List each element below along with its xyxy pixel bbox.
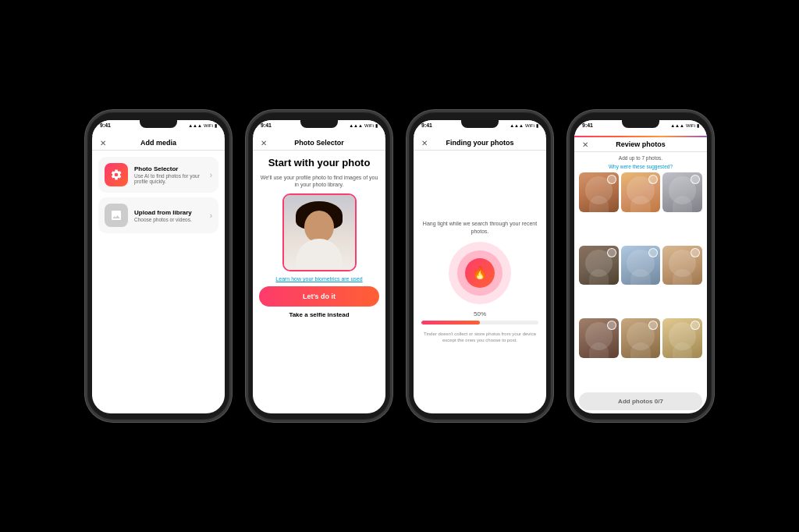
header-title-3: Finding your photos (446, 139, 514, 147)
phone-add-media: 9:41 ▲▲▲ WiFi ▮ ✕ Add media (85, 110, 232, 422)
photo-thumb-7[interactable] (579, 318, 619, 358)
upload-library-text: Upload from library Choose photos or vid… (134, 209, 204, 222)
photo-selector-text: Photo Selector Use AI to find photos for… (134, 165, 204, 184)
status-time-2: 9:41 (261, 122, 272, 128)
close-button-2[interactable]: ✕ (261, 139, 267, 147)
notch-4 (622, 120, 659, 128)
screen-header-4: ✕ Review photos (574, 137, 707, 152)
upload-library-title: Upload from library (134, 209, 204, 216)
wifi-icon-2: WiFi (364, 123, 374, 128)
close-button-1[interactable]: ✕ (100, 139, 106, 147)
select-circle-3[interactable] (691, 175, 700, 184)
photo-selector-big-title: Start with your photo (268, 157, 371, 169)
battery-icon-4: ▮ (697, 122, 699, 128)
status-icons-2: ▲▲▲ WiFi ▮ (349, 122, 378, 128)
tinder-logo-circle: 🔥 (465, 258, 495, 288)
status-icons-1: ▲▲▲ WiFi ▮ (188, 122, 217, 128)
photos-grid (579, 172, 702, 389)
review-body: Add up to 7 photos. Why were these sugge… (574, 152, 707, 413)
profile-photo (284, 195, 355, 270)
add-media-body: Photo Selector Use AI to find photos for… (92, 151, 225, 239)
photo-thumb-3[interactable] (662, 172, 702, 212)
status-time-1: 9:41 (100, 122, 111, 128)
signal-icon-3: ▲▲▲ (510, 123, 524, 128)
wifi-icon-3: WiFi (525, 123, 534, 128)
notch-2 (300, 120, 338, 128)
select-circle-7[interactable] (607, 321, 616, 330)
profile-photo-frame (282, 193, 357, 271)
screen-header-3: ✕ Finding your photos (414, 136, 546, 151)
finding-body: Hang tight while we search through your … (414, 151, 546, 413)
screen-header-2: ✕ Photo Selector (253, 136, 385, 151)
header-title-4: Review photos (616, 140, 666, 148)
select-circle-6[interactable] (691, 248, 700, 257)
signal-icon-2: ▲▲▲ (349, 123, 363, 128)
close-button-4[interactable]: ✕ (582, 140, 588, 149)
progress-bar-fill (421, 321, 480, 325)
photo-selector-body: Start with your photo We'll use your pro… (253, 151, 385, 325)
wifi-icon-4: WiFi (686, 123, 695, 128)
battery-icon: ▮ (215, 122, 217, 128)
photo-thumb-9[interactable] (662, 318, 702, 358)
photo-thumb-2[interactable] (621, 172, 661, 212)
person-body (296, 239, 343, 270)
status-icons-4: ▲▲▲ WiFi ▮ (670, 122, 699, 128)
phone-finding-photos: 9:41 ▲▲▲ WiFi ▮ ✕ Finding your photos Ha… (407, 110, 553, 422)
battery-icon-3: ▮ (536, 122, 538, 128)
photo-selector-title: Photo Selector (134, 165, 204, 172)
upload-library-icon-wrap (105, 204, 128, 227)
photo-thumb-4[interactable] (579, 246, 619, 286)
photo-selector-option[interactable]: Photo Selector Use AI to find photos for… (98, 157, 218, 193)
status-time-3: 9:41 (421, 122, 432, 128)
close-button-3[interactable]: ✕ (421, 139, 428, 147)
pulse-animation: 🔥 (449, 242, 511, 304)
chevron-right-icon-1: › (210, 171, 212, 179)
battery-icon-2: ▮ (375, 122, 378, 128)
upload-library-option[interactable]: Upload from library Choose photos or vid… (98, 197, 218, 233)
photo-selector-desc: Use AI to find photos for your profile q… (134, 173, 204, 184)
notch-3 (461, 120, 499, 128)
flame-icon: 🔥 (472, 265, 488, 280)
signal-icon-4: ▲▲▲ (670, 123, 684, 128)
biometrics-link[interactable]: Learn how your biometrics are used (275, 276, 362, 282)
photo-thumb-5[interactable] (621, 246, 661, 286)
chevron-right-icon-2: › (210, 211, 212, 220)
progress-percentage: 50% (474, 310, 486, 317)
finding-disclaimer: Tinder doesn't collect or store photos f… (421, 331, 538, 344)
select-circle-5[interactable] (648, 248, 658, 257)
status-time-4: 9:41 (582, 122, 593, 128)
phone-review-photos: 9:41 ▲▲▲ WiFi ▮ ✕ Review photos Add up t… (567, 110, 714, 422)
camera-icon (110, 168, 123, 181)
select-circle-4[interactable] (607, 248, 616, 257)
signal-icon: ▲▲▲ (188, 123, 202, 128)
review-sub-label: Add up to 7 photos. (579, 155, 702, 161)
why-suggested-link[interactable]: Why were these suggested? (579, 164, 702, 169)
status-icons-3: ▲▲▲ WiFi ▮ (510, 122, 538, 128)
wifi-icon: WiFi (204, 123, 213, 128)
lets-do-it-button[interactable]: Let's do it (259, 286, 379, 307)
notch-1 (140, 120, 177, 128)
progress-bar-track (421, 321, 538, 325)
photo-thumb-8[interactable] (621, 318, 661, 358)
photo-thumb-6[interactable] (662, 246, 702, 286)
photo-thumb-1[interactable] (579, 172, 619, 212)
progress-section: 50% (421, 310, 538, 325)
hang-tight-text: Hang tight while we search through your … (421, 220, 538, 236)
image-icon (110, 209, 123, 222)
select-circle-1[interactable] (607, 175, 616, 184)
upload-library-desc: Choose photos or videos. (134, 217, 204, 222)
add-photos-button[interactable]: Add photos 0/7 (579, 392, 702, 410)
header-title-1: Add media (140, 139, 176, 147)
take-selfie-link[interactable]: Take a selfie instead (289, 311, 349, 318)
photo-selector-icon-wrap (105, 163, 128, 186)
phone-photo-selector: 9:41 ▲▲▲ WiFi ▮ ✕ Photo Selector Start w… (246, 110, 392, 422)
photo-selector-sub: We'll use your profile photo to find ima… (259, 174, 379, 190)
header-title-2: Photo Selector (294, 139, 344, 147)
screen-header-1: ✕ Add media (92, 136, 225, 151)
